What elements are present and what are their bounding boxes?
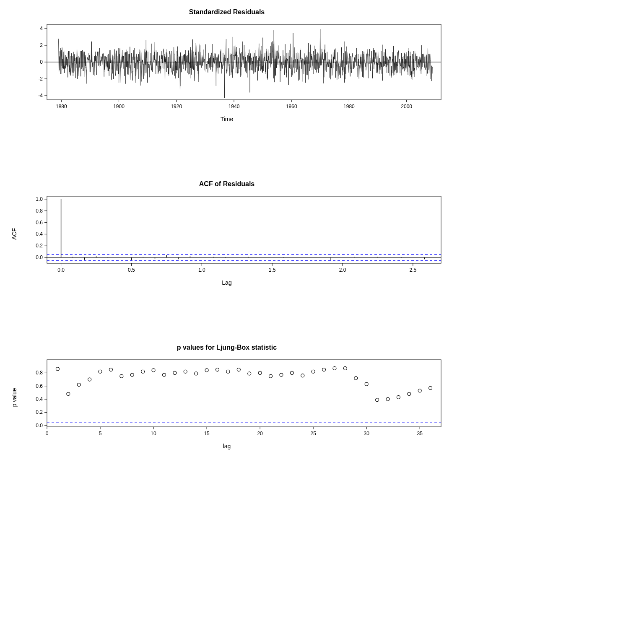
svg-text:0.2: 0.2 [36, 409, 43, 415]
svg-point-122 [141, 370, 145, 373]
svg-point-139 [322, 368, 326, 371]
ljungbox-xlabel: lag [8, 443, 445, 449]
svg-text:25: 25 [310, 431, 316, 436]
ljungbox-plot: 0.00.20.40.60.805101520253035 [26, 356, 445, 439]
svg-point-126 [184, 370, 187, 373]
svg-point-130 [226, 370, 230, 373]
svg-point-120 [120, 374, 123, 378]
svg-point-127 [195, 372, 198, 375]
svg-point-145 [386, 397, 390, 401]
svg-point-128 [205, 369, 208, 372]
svg-point-118 [99, 370, 102, 373]
svg-point-144 [376, 398, 379, 402]
svg-text:35: 35 [417, 431, 423, 436]
svg-text:15: 15 [204, 431, 210, 436]
svg-text:2000: 2000 [401, 104, 412, 109]
svg-rect-86 [47, 360, 441, 427]
svg-point-149 [429, 386, 432, 390]
diagnostic-plots: Standardized Residuals -4-20241880190019… [0, 0, 454, 454]
svg-text:0.5: 0.5 [128, 267, 135, 273]
svg-point-138 [312, 370, 315, 373]
acf-ylabel: ACF [11, 228, 18, 240]
residuals-plot: -4-20241880190019201940196019802000 [26, 20, 445, 112]
svg-point-146 [397, 395, 400, 399]
svg-text:1980: 1980 [343, 104, 355, 109]
svg-point-142 [354, 377, 358, 380]
svg-point-137 [301, 374, 304, 377]
panel-residuals: Standardized Residuals -4-20241880190019… [8, 8, 445, 122]
svg-text:1.0: 1.0 [198, 267, 205, 273]
svg-point-114 [56, 367, 59, 371]
svg-text:30: 30 [364, 431, 369, 436]
svg-text:0.0: 0.0 [36, 254, 43, 260]
residuals-title: Standardized Residuals [8, 8, 445, 16]
svg-text:4: 4 [40, 26, 43, 31]
svg-text:0: 0 [40, 59, 43, 65]
svg-text:2.5: 2.5 [410, 267, 417, 273]
svg-point-147 [408, 392, 411, 396]
svg-text:0.0: 0.0 [36, 423, 43, 428]
svg-text:-4: -4 [38, 93, 43, 99]
svg-point-124 [162, 373, 166, 377]
svg-point-134 [269, 374, 273, 378]
svg-text:5: 5 [99, 431, 102, 436]
svg-point-135 [280, 373, 283, 377]
svg-text:0.8: 0.8 [36, 208, 43, 214]
svg-point-125 [173, 371, 177, 374]
svg-text:1940: 1940 [229, 104, 240, 109]
svg-text:0.0: 0.0 [57, 267, 65, 273]
svg-text:1920: 1920 [171, 104, 182, 109]
acf-plot: 0.00.20.40.60.81.00.00.51.01.52.02.5 [26, 192, 445, 276]
svg-text:-2: -2 [38, 76, 43, 82]
acf-xlabel: Lag [8, 279, 445, 286]
svg-point-119 [109, 368, 112, 371]
svg-text:0.8: 0.8 [36, 370, 43, 376]
residuals-xlabel: Time [8, 116, 445, 122]
svg-point-129 [216, 368, 219, 371]
svg-point-136 [290, 371, 293, 374]
svg-text:1880: 1880 [56, 104, 67, 109]
svg-text:0.4: 0.4 [36, 396, 43, 402]
ljungbox-title: p values for Ljung-Box statistic [8, 344, 445, 351]
svg-text:1.0: 1.0 [36, 196, 43, 202]
svg-point-133 [258, 371, 262, 374]
panel-acf: ACF of Residuals ACF 0.00.20.40.60.81.00… [8, 180, 445, 286]
svg-text:1900: 1900 [113, 104, 125, 109]
svg-text:0.6: 0.6 [36, 383, 43, 389]
svg-point-140 [333, 366, 336, 370]
svg-text:1960: 1960 [286, 104, 297, 109]
svg-point-121 [130, 373, 134, 377]
svg-text:10: 10 [151, 431, 156, 436]
svg-point-117 [88, 378, 91, 381]
svg-point-123 [152, 369, 155, 372]
svg-text:0.2: 0.2 [36, 243, 43, 249]
panel-ljungbox: p values for Ljung-Box statistic p value… [8, 344, 445, 449]
svg-text:0: 0 [46, 431, 49, 436]
svg-text:1.5: 1.5 [269, 267, 276, 273]
svg-point-131 [237, 368, 240, 371]
svg-text:0.6: 0.6 [36, 220, 43, 226]
svg-text:0.4: 0.4 [36, 231, 43, 237]
svg-text:2.0: 2.0 [339, 267, 346, 273]
svg-point-148 [418, 389, 421, 392]
svg-rect-26 [47, 196, 441, 263]
acf-title: ACF of Residuals [8, 180, 445, 188]
svg-text:20: 20 [257, 431, 263, 436]
svg-point-143 [365, 382, 368, 386]
svg-point-116 [77, 383, 80, 387]
svg-text:2: 2 [40, 42, 43, 48]
svg-point-141 [343, 366, 347, 370]
svg-point-115 [67, 392, 70, 396]
ljungbox-ylabel: p value [11, 388, 18, 407]
svg-point-132 [248, 372, 251, 375]
